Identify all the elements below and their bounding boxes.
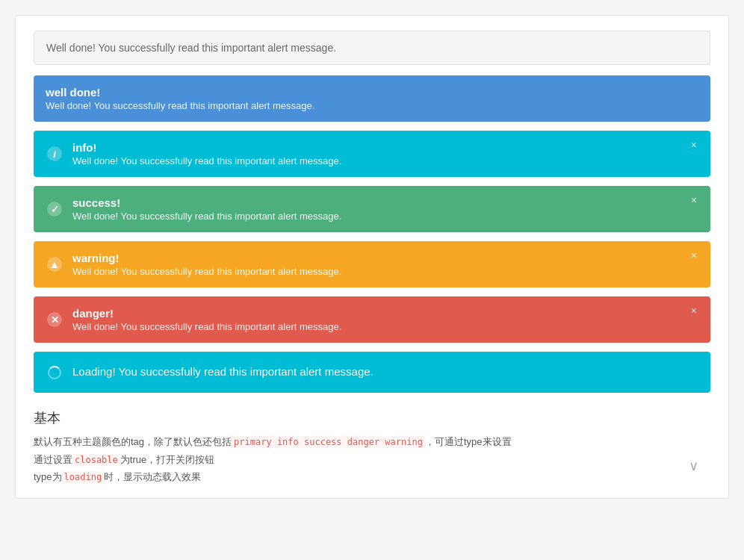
alert-info-close[interactable]: × <box>686 138 701 152</box>
alert-warning-close[interactable]: × <box>686 249 701 262</box>
alert-warning-title: warning! <box>72 252 681 264</box>
footer-line2: 通过设置closable为true，打开关闭按钮 <box>34 451 710 469</box>
alert-info-body: Well done! You successfully read this im… <box>72 155 681 167</box>
alert-success-body: Well done! You successfully read this im… <box>72 211 681 222</box>
success-icon: ✓ <box>46 200 63 218</box>
info-icon: i <box>46 145 63 163</box>
alert-loading: Loading! You successfully read this impo… <box>34 352 710 393</box>
alert-warning-body: Well done! You successfully read this im… <box>72 266 681 277</box>
alert-success: ✓ success! Well done! You successfully r… <box>34 186 710 232</box>
danger-icon: ✕ <box>46 311 63 329</box>
alert-info-title: info! <box>72 141 681 154</box>
alert-danger-body: Well done! You successfully read this im… <box>72 321 681 332</box>
alert-primary-title: well done! <box>46 86 681 99</box>
alert-danger: ✕ danger! Well done! You successfully re… <box>34 296 710 343</box>
loading-icon <box>46 364 63 382</box>
footer-line1: 默认有五种主题颜色的tag，除了默认色还包括primary info succe… <box>34 433 710 451</box>
footer-section: 基本 默认有五种主题颜色的tag，除了默认色还包括primary info su… <box>34 402 710 486</box>
alert-loading-title: Loading! You successfully read this impo… <box>72 365 681 378</box>
alert-primary-body: Well done! You successfully read this im… <box>46 100 681 111</box>
footer-line3: type为loading时，显示动态载入效果 <box>34 468 710 486</box>
footer-line1-suffix: ，可通过type来设置 <box>425 436 512 447</box>
loading-tag: loading <box>62 471 105 483</box>
footer-line1-prefix: 默认有五种主题颜色的tag，除了默认色还包括 <box>34 436 232 447</box>
footer-title: 基本 <box>34 409 710 427</box>
default-alert-text: Well done! You successfully read this im… <box>46 42 336 54</box>
alert-danger-title: danger! <box>72 307 681 320</box>
footer-tags: primary info success danger warning <box>232 436 425 448</box>
alert-success-title: success! <box>72 196 681 209</box>
alert-primary: well done! Well done! You successfully r… <box>34 75 710 122</box>
alert-warning: ▲ warning! Well done! You successfully r… <box>34 241 710 287</box>
main-container: Well done! You successfully read this im… <box>15 15 729 499</box>
alert-danger-close[interactable]: × <box>686 304 701 317</box>
warning-icon: ▲ <box>46 255 63 273</box>
closable-tag: closable <box>72 454 120 466</box>
alert-success-close[interactable]: × <box>686 193 701 207</box>
default-alert: Well done! You successfully read this im… <box>34 31 710 65</box>
chevron-down-icon[interactable]: ∨ <box>689 458 698 474</box>
alert-info: i info! Well done! You successfully read… <box>34 131 710 177</box>
